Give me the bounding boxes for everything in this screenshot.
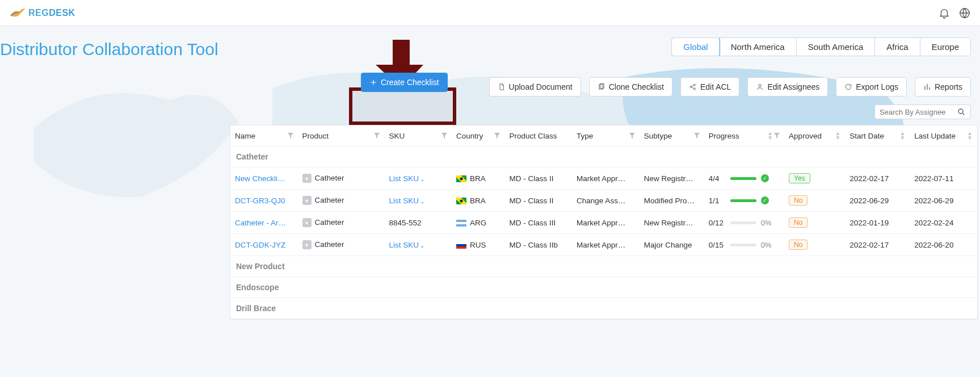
sku-link[interactable]: List SKU⌄: [389, 174, 424, 183]
col-sku[interactable]: SKU: [384, 125, 452, 146]
group-row-new-product[interactable]: New Product: [230, 256, 977, 277]
chevron-down-icon: ⌄: [420, 176, 424, 182]
flag-icon: [456, 220, 466, 227]
col-product-class[interactable]: Product Class: [504, 125, 572, 146]
product-class-value: MD - Class III: [504, 212, 572, 234]
col-type[interactable]: Type: [572, 125, 640, 146]
progress-cell: 4/4✓: [709, 174, 780, 183]
col-product[interactable]: Product: [298, 125, 385, 146]
archive-icon[interactable]: ▾: [302, 218, 312, 227]
clone-checklist-button[interactable]: Clone Checklist: [589, 77, 672, 97]
checklist-name-link[interactable]: Catheter - Ar…: [235, 219, 286, 227]
flag-icon: [456, 175, 466, 182]
last-update-value: 2022-07-11: [910, 167, 977, 190]
checklist-name-link[interactable]: New Checkli…: [235, 174, 285, 183]
col-start-date[interactable]: Start Date▲▼: [845, 125, 910, 146]
start-date-value: 2022-01-19: [845, 212, 910, 234]
svg-point-8: [958, 109, 963, 114]
last-update-value: 2022-02-24: [910, 212, 977, 234]
region-tab-south-america[interactable]: South America: [797, 38, 876, 56]
logo[interactable]: REGDESK: [9, 7, 75, 19]
filter-icon: [441, 133, 447, 139]
checklist-name-link[interactable]: DCT-GR3-QJ0: [235, 196, 285, 205]
start-date-value: 2022-06-29: [845, 190, 910, 212]
region-tab-global[interactable]: Global: [671, 37, 720, 56]
archive-icon[interactable]: ▾: [302, 196, 312, 205]
table-row: New Checkli… ▾Catheter List SKU⌄ BRA MD …: [230, 167, 977, 190]
search-icon[interactable]: [957, 107, 966, 116]
search-assignee-input[interactable]: [880, 108, 957, 116]
topbar: REGDESK: [0, 0, 980, 26]
type-value: Market Appr…: [572, 212, 640, 234]
col-country[interactable]: Country: [452, 125, 505, 146]
flag-icon: [456, 242, 466, 249]
progress-cell: 1/1✓: [709, 196, 780, 205]
country-code: BRA: [470, 174, 486, 183]
group-row-endoscope[interactable]: Endoscope: [230, 277, 977, 298]
export-logs-button[interactable]: Export Logs: [836, 77, 907, 97]
bar-chart-icon: [923, 83, 931, 91]
type-value: Market Appr…: [572, 167, 640, 190]
archive-icon[interactable]: ▾: [302, 174, 312, 183]
sku-link[interactable]: List SKU⌄: [389, 241, 424, 249]
product-value: Catheter: [315, 196, 344, 204]
col-subtype[interactable]: Subtype: [640, 125, 704, 146]
chevron-down-icon: ⌄: [420, 242, 424, 249]
region-tab-africa[interactable]: Africa: [875, 38, 920, 56]
edit-acl-button[interactable]: Edit ACL: [680, 77, 739, 97]
actions-row: Create Checklist Upload Document Clone C…: [0, 73, 980, 97]
product-value: Catheter: [315, 174, 344, 182]
archive-icon[interactable]: ▾: [302, 240, 312, 249]
last-update-value: 2022-06-29: [910, 190, 977, 212]
region-tab-europe[interactable]: Europe: [920, 38, 970, 56]
logo-text: REGDESK: [28, 8, 75, 18]
progress-cell: 0/150%: [709, 241, 780, 249]
table-row: DCT-GR3-QJ0 ▾Catheter List SKU⌄ BRA MD -…: [230, 190, 977, 212]
svg-point-7: [759, 84, 762, 87]
table-row: Catheter - Ar… ▾Catheter 8845-552 ARG MD…: [230, 212, 977, 234]
subtype-value: Major Change: [640, 234, 704, 256]
reports-button[interactable]: Reports: [915, 77, 971, 97]
file-upload-icon: [498, 83, 506, 91]
checklist-table: Name Product SKU Country Product Class T…: [230, 125, 978, 320]
col-approved[interactable]: Approved▲▼: [784, 125, 845, 146]
table-row: DCT-GDK-JYZ ▾Catheter List SKU⌄ RUS MD -…: [230, 234, 977, 256]
col-progress[interactable]: Progress▲▼: [704, 125, 784, 146]
edit-assignees-button[interactable]: Edit Assignees: [747, 77, 828, 97]
user-icon: [756, 83, 764, 91]
country-code: RUS: [470, 241, 486, 249]
globe-icon[interactable]: [958, 7, 971, 19]
copy-icon: [598, 83, 605, 91]
upload-document-button[interactable]: Upload Document: [489, 77, 581, 97]
filter-icon: [494, 133, 500, 139]
approved-badge: Yes: [789, 173, 810, 183]
product-class-value: MD - Class II: [504, 167, 572, 190]
col-last-update[interactable]: Last Update▲▼: [910, 125, 977, 146]
start-date-value: 2022-02-17: [845, 234, 910, 256]
sku-link[interactable]: List SKU⌄: [389, 196, 424, 205]
check-icon: ✓: [761, 196, 769, 204]
type-value: Market Appr…: [572, 234, 640, 256]
region-tab-north-america[interactable]: North America: [720, 38, 797, 56]
filter-icon: [374, 133, 380, 139]
group-row-drill-brace[interactable]: Drill Brace: [230, 298, 977, 319]
country-code: BRA: [470, 196, 486, 205]
svg-point-5: [693, 84, 695, 86]
sort-icon: ▲▼: [967, 131, 973, 140]
svg-point-4: [690, 86, 692, 88]
col-name[interactable]: Name: [230, 125, 298, 146]
subtype-value: New Registr…: [640, 167, 704, 190]
filter-icon: [774, 133, 780, 139]
create-checklist-button[interactable]: Create Checklist: [361, 73, 448, 92]
group-row-catheter[interactable]: Catheter: [230, 146, 977, 167]
svg-rect-2: [599, 85, 603, 89]
svg-point-6: [693, 88, 695, 90]
sku-value: 8845-552: [389, 219, 421, 227]
refresh-icon: [844, 83, 852, 91]
chevron-down-icon: ⌄: [420, 198, 424, 204]
checklist-name-link[interactable]: DCT-GDK-JYZ: [235, 241, 285, 249]
approved-badge: No: [789, 195, 807, 206]
notifications-icon[interactable]: [938, 7, 950, 19]
progress-cell: 0/120%: [709, 219, 780, 227]
flag-icon: [456, 198, 466, 204]
